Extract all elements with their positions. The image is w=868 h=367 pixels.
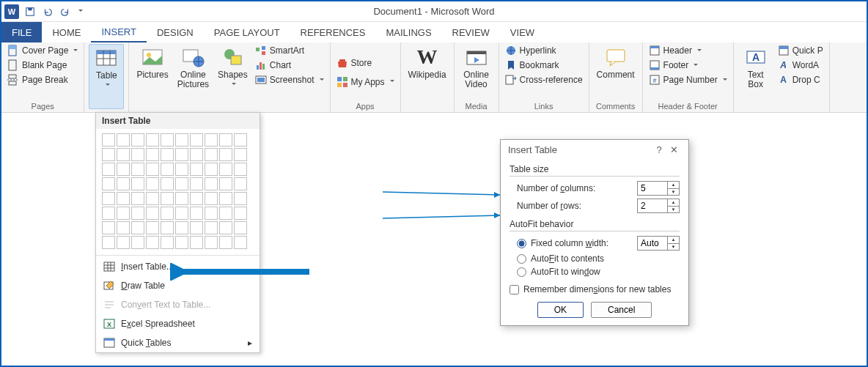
- grid-cell[interactable]: [234, 221, 247, 234]
- grid-cell[interactable]: [190, 148, 203, 161]
- fixed-width-radio[interactable]: [517, 239, 526, 248]
- grid-cell[interactable]: [219, 192, 232, 205]
- page-number-button[interactable]: #Page Number: [647, 73, 729, 86]
- menu-excel-spreadsheet[interactable]: X Excel Spreadsheet: [96, 314, 260, 333]
- grid-cell[interactable]: [205, 148, 218, 161]
- tab-file[interactable]: FILE: [1, 22, 42, 42]
- grid-cell[interactable]: [117, 177, 130, 190]
- grid-cell[interactable]: [102, 177, 115, 190]
- grid-cell[interactable]: [146, 177, 159, 190]
- grid-cell[interactable]: [205, 192, 218, 205]
- footer-button[interactable]: Footer: [647, 59, 729, 72]
- tab-review[interactable]: REVIEW: [442, 22, 500, 42]
- grid-cell[interactable]: [205, 133, 218, 147]
- grid-cell[interactable]: [219, 177, 232, 190]
- grid-cell[interactable]: [117, 221, 130, 234]
- grid-cell[interactable]: [146, 221, 159, 234]
- grid-cell[interactable]: [175, 133, 188, 147]
- grid-cell[interactable]: [161, 133, 174, 147]
- cancel-button[interactable]: Cancel: [591, 302, 652, 318]
- grid-cell[interactable]: [102, 148, 115, 161]
- quick-parts-button[interactable]: Quick P: [776, 44, 825, 57]
- grid-cell[interactable]: [190, 177, 203, 190]
- grid-cell[interactable]: [102, 163, 115, 176]
- grid-cell[interactable]: [161, 221, 174, 234]
- grid-cell[interactable]: [190, 192, 203, 205]
- grid-cell[interactable]: [131, 163, 144, 176]
- autofit-contents-radio[interactable]: [517, 254, 526, 264]
- qat-save-button[interactable]: [23, 5, 37, 18]
- grid-cell[interactable]: [190, 236, 203, 249]
- page-break-button[interactable]: Page Break: [6, 73, 79, 86]
- tab-references[interactable]: REFERENCES: [290, 22, 376, 42]
- grid-cell[interactable]: [102, 133, 115, 147]
- grid-cell[interactable]: [175, 177, 188, 190]
- grid-cell[interactable]: [205, 177, 218, 190]
- grid-cell[interactable]: [146, 133, 159, 147]
- grid-cell[interactable]: [190, 133, 203, 147]
- grid-cell[interactable]: [190, 221, 203, 234]
- spin-down-icon[interactable]: ▼: [668, 189, 679, 196]
- grid-cell[interactable]: [117, 236, 130, 249]
- grid-cell[interactable]: [175, 148, 188, 161]
- grid-cell[interactable]: [219, 163, 232, 176]
- menu-draw-table[interactable]: Draw Table: [96, 276, 260, 295]
- wordart-button[interactable]: AWordA: [776, 59, 825, 72]
- grid-cell[interactable]: [234, 236, 247, 249]
- grid-cell[interactable]: [234, 133, 247, 147]
- grid-cell[interactable]: [219, 148, 232, 161]
- grid-cell[interactable]: [117, 148, 130, 161]
- spin-up-icon[interactable]: ▲: [668, 182, 679, 189]
- spin-down-icon[interactable]: ▼: [668, 207, 679, 213]
- spin-down-icon[interactable]: ▼: [668, 244, 679, 251]
- my-apps-button[interactable]: My Apps: [335, 75, 396, 89]
- grid-cell[interactable]: [161, 148, 174, 161]
- grid-cell[interactable]: [219, 236, 232, 249]
- spin-up-icon[interactable]: ▲: [668, 237, 679, 244]
- remember-checkbox[interactable]: [510, 285, 519, 294]
- grid-cell[interactable]: [219, 221, 232, 234]
- drop-cap-button[interactable]: ADrop C: [776, 73, 825, 86]
- grid-cell[interactable]: [146, 207, 159, 220]
- grid-cell[interactable]: [131, 236, 144, 249]
- grid-cell[interactable]: [131, 177, 144, 190]
- menu-insert-table[interactable]: Insert Table...: [96, 257, 260, 276]
- grid-cell[interactable]: [146, 163, 159, 176]
- grid-cell[interactable]: [219, 133, 232, 147]
- grid-cell[interactable]: [131, 221, 144, 234]
- grid-cell[interactable]: [175, 192, 188, 205]
- grid-cell[interactable]: [161, 163, 174, 176]
- grid-cell[interactable]: [205, 163, 218, 176]
- grid-cell[interactable]: [234, 163, 247, 176]
- bookmark-button[interactable]: Bookmark: [504, 59, 584, 72]
- grid-cell[interactable]: [131, 192, 144, 205]
- tab-insert[interactable]: INSERT: [91, 22, 146, 42]
- grid-cell[interactable]: [175, 221, 188, 234]
- table-grid-picker[interactable]: [96, 129, 260, 253]
- fixed-width-spinbox[interactable]: ▲▼: [637, 236, 680, 251]
- grid-cell[interactable]: [131, 207, 144, 220]
- cover-page-button[interactable]: Cover Page: [6, 44, 79, 57]
- text-box-button[interactable]: A Text Box: [738, 44, 773, 109]
- grid-cell[interactable]: [131, 148, 144, 161]
- tab-home[interactable]: HOME: [42, 22, 91, 42]
- num-rows-spinbox[interactable]: ▲▼: [637, 199, 680, 213]
- grid-cell[interactable]: [175, 236, 188, 249]
- grid-cell[interactable]: [102, 221, 115, 234]
- grid-cell[interactable]: [234, 177, 247, 190]
- tab-mailings[interactable]: MAILINGS: [375, 22, 441, 42]
- spin-up-icon[interactable]: ▲: [668, 199, 679, 207]
- screenshot-button[interactable]: Screenshot: [254, 73, 326, 86]
- grid-cell[interactable]: [175, 163, 188, 176]
- grid-cell[interactable]: [205, 221, 218, 234]
- grid-cell[interactable]: [161, 177, 174, 190]
- tab-view[interactable]: VIEW: [500, 22, 545, 42]
- grid-cell[interactable]: [146, 148, 159, 161]
- online-video-button[interactable]: Online Video: [459, 44, 494, 100]
- chart-button[interactable]: Chart: [254, 59, 326, 72]
- grid-cell[interactable]: [234, 192, 247, 205]
- num-rows-input[interactable]: [638, 199, 667, 212]
- dialog-close-button[interactable]: ✕: [666, 144, 681, 155]
- smartart-button[interactable]: SmartArt: [254, 44, 326, 57]
- online-pictures-button[interactable]: Online Pictures: [174, 44, 212, 109]
